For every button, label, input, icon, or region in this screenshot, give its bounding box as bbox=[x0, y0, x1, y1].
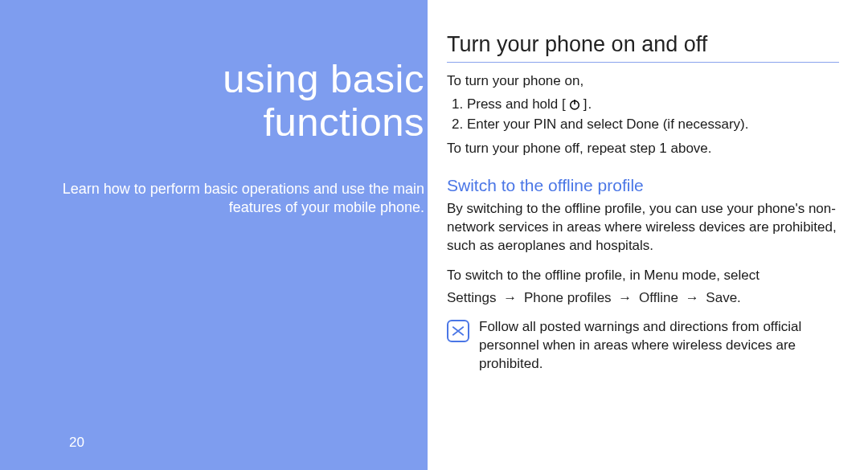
section-heading-power: Turn your phone on and off bbox=[447, 32, 839, 63]
offline-paragraph-1: By switching to the offline profile, you… bbox=[447, 200, 839, 255]
path-save: Save bbox=[706, 290, 737, 305]
step-2-text: 2. Enter your PIN and select Done (if ne… bbox=[452, 116, 748, 132]
chapter-title: using basic functions bbox=[0, 58, 428, 145]
left-intro-panel: using basic functions Learn how to perfo… bbox=[0, 0, 428, 470]
chapter-subtitle: Learn how to perform basic operations an… bbox=[39, 180, 424, 218]
path-offline: Offline bbox=[639, 290, 678, 305]
offline-paragraph-2-lead: To switch to the offline profile, in Men… bbox=[447, 267, 839, 285]
arrow-icon: → bbox=[500, 288, 520, 308]
step-1-prefix: 1. Press and hold [ bbox=[452, 96, 566, 112]
note-callout: Follow all posted warnings and direction… bbox=[447, 318, 839, 374]
arrow-icon: → bbox=[615, 288, 635, 308]
page-number: 20 bbox=[69, 435, 84, 451]
arrow-icon: → bbox=[682, 288, 702, 308]
turn-off-intro: To turn your phone off, repeat step 1 ab… bbox=[447, 140, 839, 158]
step-1: 1. Press and hold []. bbox=[447, 94, 839, 115]
step-2: 2. Enter your PIN and select Done (if ne… bbox=[447, 114, 839, 135]
note-icon bbox=[447, 320, 469, 342]
menu-path: Settings → Phone profiles → Offline → Sa… bbox=[447, 288, 839, 308]
step-1-suffix: ]. bbox=[583, 96, 592, 112]
power-key-icon bbox=[567, 97, 582, 112]
path-phone-profiles: Phone profiles bbox=[524, 290, 612, 305]
chapter-title-line1: using basic bbox=[223, 57, 424, 100]
section-heading-offline: Switch to the offline profile bbox=[447, 176, 839, 195]
turn-on-intro: To turn your phone on, bbox=[447, 72, 839, 91]
note-text: Follow all posted warnings and direction… bbox=[479, 318, 839, 374]
content-panel: Turn your phone on and off To turn your … bbox=[428, 0, 868, 470]
chapter-title-line2: functions bbox=[263, 100, 424, 144]
path-settings: Settings bbox=[447, 290, 496, 305]
